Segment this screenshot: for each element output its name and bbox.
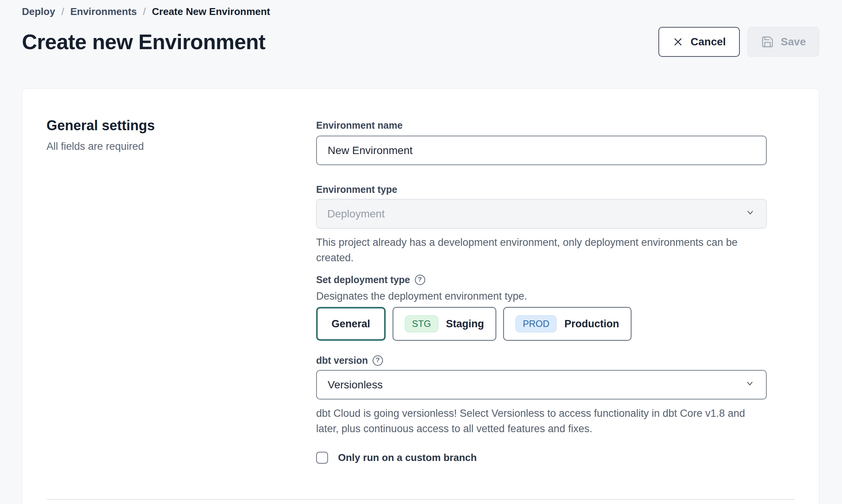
page-header: Deploy / Environments / Create New Envir… [0,0,842,57]
dbt-version-label: dbt version [316,355,368,366]
header-actions: Cancel Save [658,27,819,57]
deployment-type-label-row: Set deployment type ? [316,274,767,285]
help-icon[interactable]: ? [415,275,425,285]
breadcrumb-environments[interactable]: Environments [70,6,137,18]
dbt-version-help: dbt Cloud is going versionless! Select V… [316,406,767,436]
environment-type-value: Deployment [327,208,385,220]
breadcrumb-separator: / [61,6,64,18]
environment-type-select: Deployment [316,199,767,229]
help-icon[interactable]: ? [373,355,383,366]
deployment-type-options: General STG Staging PROD Production [316,307,767,341]
cancel-button[interactable]: Cancel [658,27,740,57]
environment-form: Environment name Environment type Deploy… [316,118,767,464]
general-settings-card: General settings All fields are required… [22,88,819,504]
spacer [316,165,767,184]
deployment-type-description: Designates the deployment environment ty… [316,288,767,304]
breadcrumb-deploy[interactable]: Deploy [22,6,55,18]
production-badge: PROD [515,315,557,332]
save-button-label: Save [781,36,806,48]
deployment-option-staging-label: Staging [446,318,484,330]
custom-branch-row: Only run on a custom branch [316,452,767,464]
deployment-option-staging[interactable]: STG Staging [393,307,496,341]
dbt-version-value: Versionless [328,379,383,391]
dbt-version-label-row: dbt version ? [316,355,767,366]
save-button[interactable]: Save [748,27,819,57]
section-divider [46,499,795,500]
deployment-option-general-label: General [331,318,370,330]
chevron-down-icon [744,378,755,391]
deployment-option-production-label: Production [564,318,619,330]
chevron-down-icon [745,207,756,220]
section-subtitle: All fields are required [46,140,316,153]
deployment-type-label: Set deployment type [316,274,410,285]
staging-badge: STG [405,315,438,332]
deployment-option-production[interactable]: PROD Production [503,307,632,341]
section-intro: General settings All fields are required [46,118,316,464]
custom-branch-checkbox[interactable] [316,452,328,464]
create-environment-page: Deploy / Environments / Create New Envir… [0,0,842,504]
close-icon [672,36,684,48]
title-row: Create new Environment Cancel [22,27,819,57]
cancel-button-label: Cancel [691,36,726,48]
breadcrumb-separator: / [143,6,146,18]
section-title: General settings [46,118,316,134]
card-body: General settings All fields are required… [46,118,795,464]
environment-type-help: This project already has a development e… [316,235,767,265]
environment-name-input[interactable] [316,136,767,165]
environment-type-label: Environment type [316,184,397,195]
dbt-version-select[interactable]: Versionless [316,370,767,400]
breadcrumb: Deploy / Environments / Create New Envir… [22,5,819,18]
page-title: Create new Environment [22,28,265,55]
environment-name-label: Environment name [316,119,403,131]
deployment-option-general[interactable]: General [316,307,386,341]
spacer [316,265,767,274]
save-icon [761,35,774,48]
spacer [316,341,767,355]
custom-branch-label[interactable]: Only run on a custom branch [338,452,477,464]
breadcrumb-current: Create New Environment [152,6,270,18]
